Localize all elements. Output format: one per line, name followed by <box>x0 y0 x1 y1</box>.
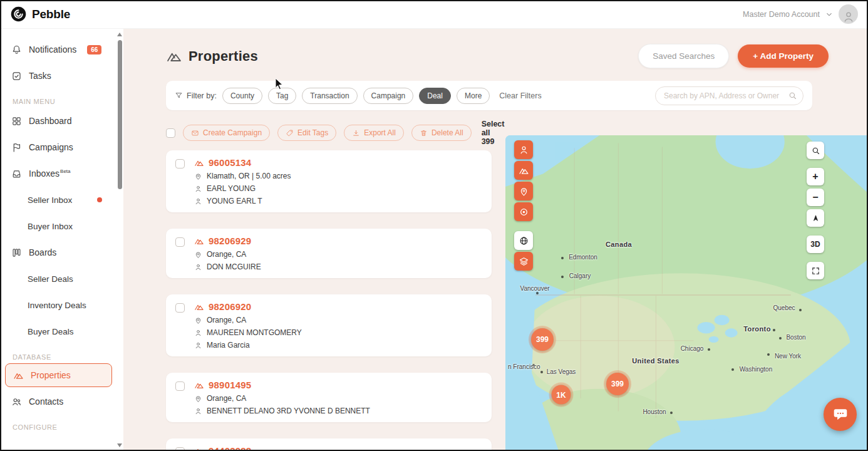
sidebar: Notifications 66 Tasks MAIN MENU Dashboa… <box>0 29 123 451</box>
property-owner: Maria Garcia <box>194 341 302 350</box>
property-link[interactable]: 94403988 <box>194 445 291 451</box>
map-pins-layer-button[interactable] <box>514 182 533 200</box>
mail-icon <box>191 129 199 137</box>
filter-pill-more[interactable]: More <box>457 88 490 104</box>
scrollbar-thumb[interactable] <box>118 40 122 189</box>
map-fullscreen-button[interactable] <box>807 262 824 279</box>
map-properties-layer-button[interactable] <box>514 161 533 180</box>
clear-filters-button[interactable]: Clear Filters <box>499 91 541 100</box>
target-icon <box>519 207 529 217</box>
property-location: Orange, CA <box>194 316 302 324</box>
sidebar-item-label: Seller Inbox <box>28 195 72 205</box>
property-id[interactable]: 98901495 <box>209 380 251 390</box>
sidebar-item-notifications[interactable]: Notifications 66 <box>0 36 123 63</box>
edit-tags-button[interactable]: Edit Tags <box>277 125 336 141</box>
delete-all-button[interactable]: Delete All <box>411 125 472 141</box>
map-compass-button[interactable] <box>807 209 824 227</box>
dashboard-icon <box>11 116 22 127</box>
sidebar-item-label: Seller Deals <box>28 274 73 284</box>
avatar[interactable] <box>839 4 858 24</box>
download-icon <box>352 129 360 137</box>
filter-pill-transaction[interactable]: Transaction <box>302 88 357 104</box>
bell-icon <box>11 44 22 55</box>
map-contacts-layer-button[interactable] <box>514 140 533 159</box>
property-link[interactable]: 98901495 <box>194 380 370 390</box>
property-location: Orange, CA <box>194 394 370 403</box>
property-checkbox[interactable] <box>175 303 185 313</box>
filter-pill-campaign[interactable]: Campaign <box>363 88 414 104</box>
chat-widget-button[interactable] <box>824 398 857 431</box>
sidebar-scrollbar[interactable] <box>116 29 123 451</box>
sidebar-item-contacts[interactable]: Contacts <box>0 388 123 415</box>
map-3d-button[interactable]: 3D <box>807 236 824 253</box>
sidebar-item-seller-deals[interactable]: Seller Deals <box>0 266 123 292</box>
map-basemap-button[interactable] <box>514 231 533 250</box>
scroll-down-arrow[interactable] <box>117 443 122 447</box>
property-id[interactable]: 94403988 <box>209 445 251 451</box>
search-input[interactable] <box>655 86 803 105</box>
page-title: Properties <box>189 48 258 65</box>
filter-pill-county[interactable]: County <box>222 88 262 104</box>
property-link[interactable]: 98206929 <box>194 236 261 246</box>
property-id[interactable]: 96005134 <box>209 157 251 168</box>
saved-searches-button[interactable]: Saved Searches <box>638 44 729 68</box>
property-checkbox[interactable] <box>175 159 185 168</box>
sidebar-item-buyer-deals[interactable]: Buyer Deals <box>0 318 123 345</box>
location-pin-icon <box>194 316 202 324</box>
map-cluster[interactable]: 399 <box>606 373 629 395</box>
mountain-icon <box>166 48 182 65</box>
map-city-dot <box>540 371 543 373</box>
map-zoom-in-button[interactable]: + <box>807 168 824 185</box>
trash-icon <box>420 129 428 137</box>
sidebar-item-properties[interactable]: Properties <box>5 363 112 387</box>
sidebar-item-campaigns[interactable]: Campaigns <box>0 134 123 160</box>
filter-pill-tag[interactable]: Tag <box>268 88 296 104</box>
search-icon[interactable] <box>788 91 797 100</box>
sidebar-item-inboxes[interactable]: InboxesBeta <box>0 160 123 187</box>
select-all-label[interactable]: Select all 399 <box>482 120 505 146</box>
property-link[interactable]: 96005134 <box>194 157 291 168</box>
sidebar-item-buyer-inbox[interactable]: Buyer Inbox <box>0 213 123 239</box>
bulk-actions-row: Create Campaign Edit Tags Export All Del… <box>166 124 492 142</box>
sidebar-item-label: Properties <box>31 370 71 380</box>
brand[interactable]: Pebble <box>10 6 70 23</box>
filter-pill-deal[interactable]: Deal <box>419 88 451 104</box>
sidebar-item-label: Notifications <box>29 44 76 54</box>
sidebar-item-label: Campaigns <box>29 142 73 152</box>
map-zoom-out-button[interactable]: − <box>807 189 824 206</box>
sidebar-item-dashboard[interactable]: Dashboard <box>0 108 123 134</box>
property-owner: DON MCGUIRE <box>194 262 261 271</box>
map[interactable]: CanadaEdmontonCalgaryVancouverQuebecToro… <box>505 135 868 451</box>
account-menu-label[interactable]: Master Demo Account <box>743 10 820 19</box>
property-checkbox[interactable] <box>175 381 185 391</box>
map-search-button[interactable] <box>807 142 824 159</box>
property-checkbox[interactable] <box>175 237 185 247</box>
sidebar-item-boards[interactable]: Boards <box>0 239 123 266</box>
property-link[interactable]: 98206920 <box>194 301 302 312</box>
sidebar-item-inventory-deals[interactable]: Inventory Deals <box>0 292 123 318</box>
mountain-icon <box>13 370 24 381</box>
property-owner: EARL YOUNG <box>194 184 291 193</box>
scroll-up-arrow[interactable] <box>117 33 122 36</box>
property-id[interactable]: 98206929 <box>209 236 251 246</box>
map-layers-button[interactable] <box>514 252 533 271</box>
map-label: Quebec <box>773 304 795 311</box>
flag-icon <box>11 142 22 153</box>
export-all-button[interactable]: Export All <box>344 125 404 141</box>
map-cluster[interactable]: 399 <box>531 328 554 351</box>
map-target-layer-button[interactable] <box>514 202 533 221</box>
chevron-down-icon[interactable] <box>825 10 834 19</box>
map-cluster[interactable]: 1K <box>552 385 571 405</box>
select-all-checkbox[interactable] <box>166 128 175 138</box>
sidebar-item-seller-inbox[interactable]: Seller Inbox <box>0 187 123 213</box>
add-property-button[interactable]: + Add Property <box>738 44 829 68</box>
property-id[interactable]: 98206920 <box>209 301 251 312</box>
property-location: Orange, CA <box>194 250 261 259</box>
create-campaign-button[interactable]: Create Campaign <box>183 125 270 141</box>
sidebar-item-tasks[interactable]: Tasks <box>0 63 123 89</box>
property-checkbox[interactable] <box>175 447 185 451</box>
person-icon <box>842 10 855 24</box>
funnel-icon <box>175 91 183 100</box>
unread-dot <box>97 197 102 202</box>
filter-by-label: Filter by: <box>175 91 217 100</box>
